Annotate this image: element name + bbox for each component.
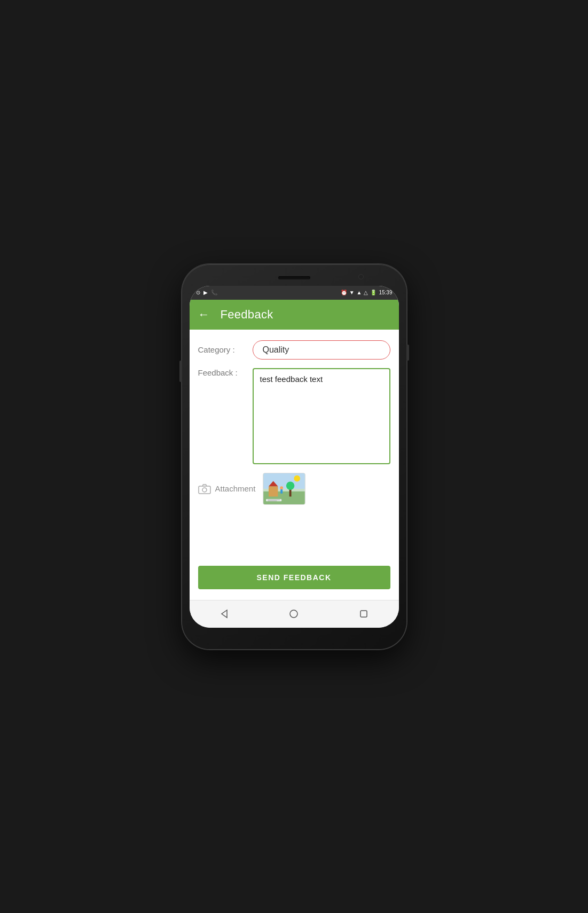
- battery-icon: 🔋: [370, 290, 377, 295]
- nav-recents-button[interactable]: [356, 606, 371, 621]
- svg-rect-10: [281, 489, 283, 493]
- svg-marker-15: [222, 610, 227, 618]
- signal-alt-icon: △: [364, 290, 368, 295]
- alarm-icon: ⏰: [341, 290, 347, 295]
- feedback-textarea[interactable]: test feedback text: [253, 368, 390, 464]
- svg-point-11: [294, 475, 301, 481]
- whatsapp-icon: ⊙: [196, 290, 200, 295]
- svg-point-1: [202, 488, 207, 492]
- status-time: 15:39: [379, 290, 392, 295]
- svg-rect-13: [268, 500, 280, 500]
- app-header: ← Feedback: [190, 300, 399, 330]
- front-camera: [358, 274, 364, 279]
- svg-rect-7: [289, 489, 292, 497]
- svg-rect-17: [360, 611, 367, 617]
- svg-rect-14: [268, 501, 277, 501]
- category-row: Category :: [198, 340, 390, 360]
- svg-point-9: [280, 486, 284, 489]
- attachment-label: Attachment: [215, 484, 256, 493]
- notification-icon: ▶: [203, 290, 208, 295]
- svg-rect-0: [199, 486, 210, 494]
- attachment-area[interactable]: Attachment: [198, 483, 256, 494]
- signal-icon: ▲: [357, 290, 362, 295]
- svg-point-8: [286, 481, 294, 489]
- status-bar: ⊙ ▶ 📞 ⏰ ▼ ▲ △ 🔋 15:39: [190, 286, 399, 300]
- category-label: Category :: [198, 345, 246, 354]
- volume-button: [179, 361, 182, 382]
- attachment-row: Attachment: [198, 473, 390, 505]
- nav-home-button[interactable]: [286, 606, 301, 621]
- svg-rect-5: [269, 486, 278, 496]
- send-feedback-button[interactable]: SEND FEEDBACK: [198, 566, 390, 589]
- bottom-nav: [190, 600, 399, 628]
- speaker-grill: [278, 276, 310, 279]
- phone-icon: 📞: [211, 290, 217, 295]
- status-left-icons: ⊙ ▶ 📞: [196, 290, 217, 295]
- nav-back-button[interactable]: [217, 606, 232, 621]
- category-input[interactable]: [253, 340, 390, 360]
- phone-screen: ⊙ ▶ 📞 ⏰ ▼ ▲ △ 🔋 15:39 ←: [190, 286, 399, 628]
- camera-icon: [198, 483, 211, 494]
- power-button: [406, 345, 409, 361]
- screen-content: Category : Feedback : test feedback text: [190, 330, 399, 600]
- attachment-thumbnail[interactable]: [263, 473, 305, 505]
- wifi-icon: ▼: [349, 290, 355, 295]
- feedback-row: Feedback : test feedback text: [198, 368, 390, 464]
- page-title: Feedback: [221, 308, 273, 322]
- svg-point-16: [290, 610, 297, 618]
- status-right-icons: ⏰ ▼ ▲ △ 🔋 15:39: [341, 290, 393, 295]
- back-button[interactable]: ←: [198, 308, 210, 322]
- phone-device: ⊙ ▶ 📞 ⏰ ▼ ▲ △ 🔋 15:39 ←: [182, 264, 406, 649]
- feedback-label: Feedback :: [198, 368, 246, 377]
